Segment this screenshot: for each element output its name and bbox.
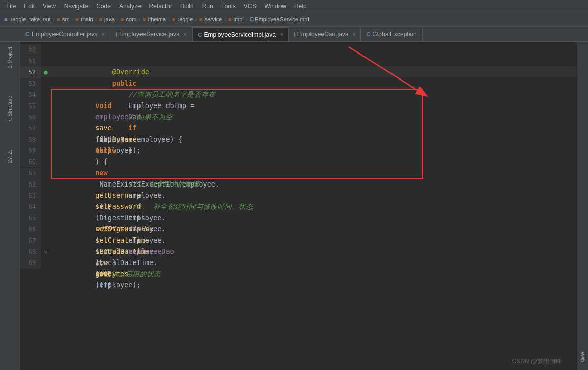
menubar: File Edit View Navigate Code Analyze Ref…: [0, 0, 588, 12]
menu-help[interactable]: Help: [290, 0, 311, 12]
line-number-59: 59: [20, 145, 41, 156]
watermark: CSDN @梦想闹钟: [512, 357, 562, 366]
tab-label: EmployeeService.java: [119, 31, 180, 38]
menu-build[interactable]: Build: [176, 0, 198, 12]
line-number-58: 58: [20, 134, 41, 145]
line-number-56: 56: [20, 112, 41, 123]
line-number-68: 68: [20, 246, 41, 257]
breadcrumb-project[interactable]: reggie_take_out: [11, 16, 51, 22]
tab-label: EmployeeController.java: [32, 31, 98, 38]
menu-edit[interactable]: Edit: [20, 0, 39, 12]
left-sidebar: 1: Project 7: Structure 27: Z:: [0, 42, 20, 370]
code-line-52: 52 ● public void save (Employee employee…: [20, 66, 577, 77]
tabs-bar: C EmployeeController.java × I EmployeeSe…: [0, 27, 588, 42]
code-line-54: 54 Employee dbEmp = employeeDao . findBy…: [20, 89, 577, 100]
line-number-69: 69: [20, 257, 41, 269]
code-line-68: 68 ▽ }: [20, 246, 577, 257]
tab-employee-dao[interactable]: I EmployeeDao.java ×: [289, 27, 361, 41]
line-number-60: 60: [20, 156, 41, 167]
right-sidebar: Web: [577, 42, 588, 370]
line-number-63: 63: [20, 190, 41, 201]
code-line-69: 69 }: [20, 257, 577, 268]
tab-icon-c-global: C: [366, 31, 370, 37]
breadcrumb-java[interactable]: ■ java: [99, 16, 115, 22]
tab-icon-i: I: [116, 31, 117, 37]
menu-code[interactable]: Code: [92, 0, 115, 12]
code-line-64: 64 employee. setStatus ( 1 ); //默认是启用的状态: [20, 201, 577, 212]
sidebar-tab-structure[interactable]: 7: Structure: [6, 93, 14, 125]
line-number-67: 67: [20, 235, 41, 246]
line-number-66: 66: [20, 224, 41, 235]
line-gutter-52: ●: [41, 67, 51, 78]
line-number-61: 61: [20, 168, 41, 179]
breadcrumb: ■ reggie_take_out › ■ src › ■ main › ■ j…: [0, 12, 588, 27]
line-number-65: 65: [20, 213, 41, 224]
menu-vcs[interactable]: VCS: [240, 0, 261, 12]
line-number-52: 52: [20, 67, 41, 78]
code-area[interactable]: 50 51 @Override 52 ● public: [20, 42, 577, 370]
tab-label: EmployeeDao.java: [297, 31, 349, 38]
line-content-58: }: [51, 134, 577, 167]
breadcrumb-com[interactable]: ■ com: [121, 16, 136, 22]
breadcrumb-reggie[interactable]: ■ reggie: [172, 16, 193, 22]
line-number-55: 55: [20, 100, 41, 112]
code-line-50: 50: [20, 44, 577, 55]
code-lines: 50 51 @Override 52 ● public: [20, 42, 577, 268]
line-number-50: 50: [20, 44, 41, 55]
breadcrumb-class[interactable]: C EmployeeServiceImpl: [249, 16, 309, 22]
sidebar-tab-project[interactable]: 1: Project: [6, 44, 14, 71]
tab-icon-c-active: C: [198, 32, 202, 38]
breadcrumb-src[interactable]: ■ src: [57, 16, 69, 22]
code-line-58: 58 }: [20, 134, 577, 145]
sidebar-tab-z[interactable]: 27: Z:: [6, 147, 14, 166]
line-content-69: }: [51, 257, 577, 290]
line-number-51: 51: [20, 56, 41, 67]
line-number-54: 54: [20, 89, 41, 100]
code-line-56: 56 if (dbEmp!= null ) {: [20, 111, 577, 122]
tab-employee-service-impl[interactable]: C EmployeeServiceImpl.java ×: [192, 27, 289, 41]
code-line-65: 65 employee. setCreateTime (LocalDateTim…: [20, 212, 577, 223]
tab-close-2[interactable]: ×: [184, 32, 187, 37]
breadcrumb-itheima[interactable]: ■ itheima: [143, 16, 166, 22]
code-line-51: 51 @Override: [20, 55, 577, 66]
main-layout: 1: Project 7: Structure 27: Z: 50: [0, 42, 588, 370]
code-line-53: 53 //查询员工的名字是否存在: [20, 77, 577, 89]
menu-analyze[interactable]: Analyze: [115, 0, 145, 12]
code-line-67: 67 employeeDao . save (employee);: [20, 234, 577, 246]
menu-tools[interactable]: Tools: [217, 0, 240, 12]
tab-employee-controller[interactable]: C EmployeeController.java ×: [20, 27, 110, 41]
tab-label: GlobalException: [372, 31, 416, 38]
breadcrumb-impl[interactable]: ■ impl: [228, 16, 244, 22]
right-sidebar-label[interactable]: Web: [580, 352, 585, 362]
tab-close-1[interactable]: ×: [102, 32, 105, 37]
menu-window[interactable]: Window: [260, 0, 290, 12]
menu-refactor[interactable]: Refactor: [145, 0, 176, 12]
line-number-64: 64: [20, 201, 41, 213]
tab-label-active: EmployeeServiceImpl.java: [204, 31, 275, 38]
tab-close-3[interactable]: ×: [280, 32, 283, 37]
menu-run[interactable]: Run: [198, 0, 217, 12]
tab-global-exception[interactable]: C GlobalException: [361, 27, 422, 41]
line-number-57: 57: [20, 123, 41, 134]
code-line-57: 57 throw new NameExistsException(employe…: [20, 122, 577, 134]
code-line-66: 66 employee. setUpdateTime (LocalDateTim…: [20, 223, 577, 234]
line-number-53: 53: [20, 78, 41, 89]
tab-icon-i-dao: I: [294, 31, 295, 37]
breadcrumb-main[interactable]: ■ main: [75, 16, 93, 22]
tab-icon-c: C: [25, 31, 30, 37]
code-line-55: 55 //如果不为空: [20, 100, 577, 111]
line-number-62: 62: [20, 179, 41, 190]
line-gutter-68: ▽: [41, 247, 51, 258]
code-line-63: 63 //2. 补全创建时间与修改时间、状态: [20, 190, 577, 201]
code-line-61: 61 //1. 补全用户的数据: [20, 167, 577, 178]
tab-close-4[interactable]: ×: [353, 32, 356, 37]
code-line-62: 62 employee. setPassword (DigestUtils. m…: [20, 178, 577, 190]
menu-navigate[interactable]: Navigate: [60, 0, 92, 12]
tab-employee-service[interactable]: I EmployeeService.java ×: [110, 27, 192, 41]
breadcrumb-service[interactable]: ■ service: [199, 16, 222, 22]
menu-file[interactable]: File: [2, 0, 20, 12]
menu-view[interactable]: View: [39, 0, 60, 12]
